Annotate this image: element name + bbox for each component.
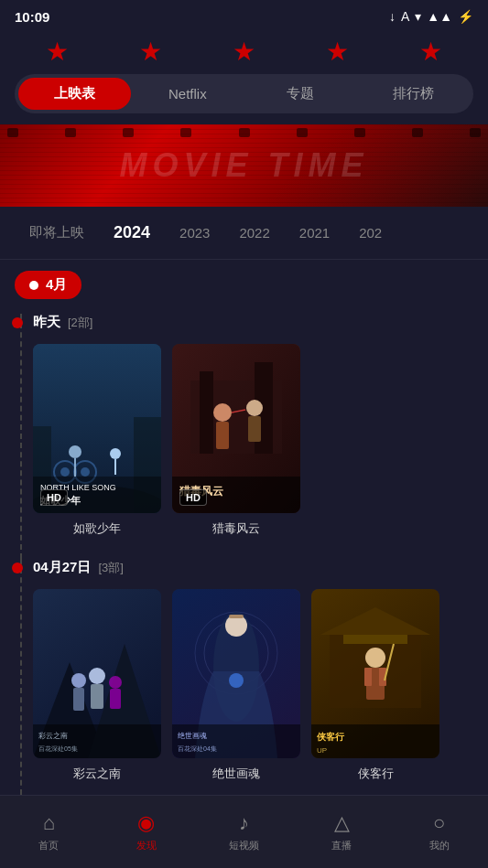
section-dot-yesterday [12, 317, 23, 328]
svg-rect-35 [33, 724, 161, 758]
hero-banner: MOVIE TIME [0, 124, 488, 207]
section-header-apr27: 04月27日 [3部] [33, 559, 473, 576]
star-row: ★ ★ ★ ★ ★ [11, 33, 477, 74]
svg-rect-54 [364, 668, 372, 686]
svg-rect-22 [248, 416, 261, 442]
section-apr27: 04月27日 [3部] [15, 559, 473, 782]
star-3: ★ [233, 37, 255, 67]
svg-rect-17 [200, 371, 213, 454]
movie-title-caiyun: 彩云之南 [33, 766, 161, 782]
svg-point-5 [81, 467, 90, 477]
movie-poster-rugeshao: NORTH LIKE SONG 如歌少年 HD [33, 344, 161, 513]
svg-point-6 [69, 445, 81, 458]
month-dot [29, 281, 38, 290]
tab-netflix[interactable]: Netflix [131, 79, 244, 109]
status-time: 10:09 [15, 9, 49, 25]
svg-text:百花深处05集: 百花深处05集 [38, 745, 78, 752]
movie-poster-xiake: 侠客行 UP [311, 589, 439, 758]
svg-rect-51 [343, 635, 407, 644]
svg-point-33 [109, 676, 122, 689]
svg-text:百花深处04集: 百花深处04集 [178, 745, 217, 752]
status-icons: ↓ A ▾ ▲▲ ⚡ [389, 9, 473, 24]
movie-card-xiake[interactable]: 侠客行 UP 侠客行 [311, 589, 439, 782]
svg-text:彩云之南: 彩云之南 [38, 732, 68, 740]
short-video-icon: ♪ [239, 811, 249, 835]
hero-overlay [0, 124, 488, 207]
section-count-apr27: [3部] [98, 560, 123, 576]
svg-rect-30 [73, 688, 84, 711]
month-badge[interactable]: 4月 [15, 271, 81, 299]
movie-title-liedu: 猎毒风云 [172, 520, 300, 537]
movie-title-xiake: 侠客行 [311, 766, 439, 782]
year-tabs: 即将上映 2024 2023 2022 2021 202 [0, 207, 488, 260]
header-area: ★ ★ ★ ★ ★ 上映表 Netflix 专题 排行榜 [0, 33, 488, 124]
svg-point-29 [71, 673, 86, 688]
svg-text:侠客行: 侠客行 [316, 732, 345, 742]
svg-point-44 [229, 673, 244, 688]
download-icon: ↓ [389, 9, 396, 24]
movie-poster-jueshipohu: 绝世画魂 百花深处04集 [172, 589, 300, 758]
svg-rect-32 [91, 684, 103, 709]
svg-point-3 [60, 467, 70, 477]
svg-rect-20 [216, 422, 229, 449]
svg-point-21 [246, 400, 263, 416]
year-tab-2022[interactable]: 2022 [224, 221, 284, 244]
svg-rect-45 [172, 724, 300, 758]
hd-badge-movie2: HD [179, 489, 207, 506]
section-title-apr27: 04月27日 [33, 559, 91, 576]
star-1: ★ [46, 37, 69, 67]
hd-badge-movie1: HD [40, 489, 68, 506]
section-header-yesterday: 昨天 [2部] [33, 314, 473, 331]
section-dot-apr27 [12, 563, 23, 573]
star-5: ★ [419, 37, 442, 67]
svg-point-52 [365, 648, 385, 668]
star-4: ★ [326, 37, 349, 67]
nav-profile[interactable]: ○ 我的 [390, 811, 488, 852]
section-yesterday: 昨天 [2部] [15, 314, 473, 537]
year-tab-2024[interactable]: 2024 [99, 220, 165, 246]
movie-card-rugeshao[interactable]: NORTH LIKE SONG 如歌少年 HD 如歌少年 [33, 344, 161, 537]
section-count-yesterday: [2部] [68, 315, 92, 331]
nav-short-video[interactable]: ♪ 短视频 [195, 811, 293, 852]
movie-card-liedu[interactable]: 猎毒风云 HD 猎毒风云 [172, 344, 300, 537]
status-bar: 10:09 ↓ A ▾ ▲▲ ⚡ [0, 0, 488, 33]
movie-title-rugeshao: 如歌少年 [33, 520, 161, 537]
movie-poster-caiyun: 彩云之南 百花深处05集 [33, 589, 161, 758]
section-title-yesterday: 昨天 [33, 314, 60, 331]
home-icon: ⌂ [43, 811, 55, 835]
svg-point-8 [110, 448, 121, 459]
bottom-nav: ⌂ 首页 ◉ 发现 ♪ 短视频 △ 直播 ○ 我的 [0, 795, 488, 868]
main-content: 4月 昨天 [2部] [0, 260, 488, 868]
star-2: ★ [139, 37, 162, 67]
battery-icon: ⚡ [458, 9, 473, 24]
movie-grid-apr27: 彩云之南 百花深处05集 彩云之南 [33, 589, 473, 782]
svg-rect-34 [110, 689, 121, 709]
year-tab-2020[interactable]: 202 [344, 221, 396, 244]
svg-point-31 [89, 668, 105, 684]
nav-home[interactable]: ⌂ 首页 [0, 811, 98, 852]
svg-point-19 [213, 403, 232, 422]
tab-ranking[interactable]: 排行榜 [357, 78, 470, 110]
nav-discover[interactable]: ◉ 发现 [98, 811, 196, 852]
live-icon: △ [334, 811, 350, 835]
svg-rect-43 [229, 615, 244, 618]
a-icon: A [401, 9, 409, 24]
discover-icon: ◉ [137, 811, 155, 835]
year-tab-2021[interactable]: 2021 [285, 221, 344, 244]
movie-card-caiyun[interactable]: 彩云之南 百花深处05集 彩云之南 [33, 589, 161, 782]
tab-bar: 上映表 Netflix 专题 排行榜 [15, 74, 473, 113]
year-tab-upcoming[interactable]: 即将上映 [15, 220, 99, 245]
tab-schedule[interactable]: 上映表 [18, 78, 131, 110]
tab-topics[interactable]: 专题 [244, 78, 357, 110]
svg-text:UP: UP [317, 746, 327, 755]
movie-title-jueshipohu: 绝世画魂 [172, 766, 300, 782]
movie-card-jueshipohu[interactable]: 绝世画魂 百花深处04集 绝世画魂 [172, 589, 300, 782]
movie-poster-liedu: 猎毒风云 HD [172, 344, 300, 513]
profile-icon: ○ [433, 811, 445, 835]
svg-text:绝世画魂: 绝世画魂 [178, 732, 207, 740]
signal-icon: ▲▲ [427, 9, 452, 24]
movie-grid-yesterday: NORTH LIKE SONG 如歌少年 HD 如歌少年 [33, 344, 473, 537]
nav-live[interactable]: △ 直播 [293, 811, 391, 852]
wifi-icon: ▾ [415, 9, 421, 24]
year-tab-2023[interactable]: 2023 [165, 221, 224, 244]
